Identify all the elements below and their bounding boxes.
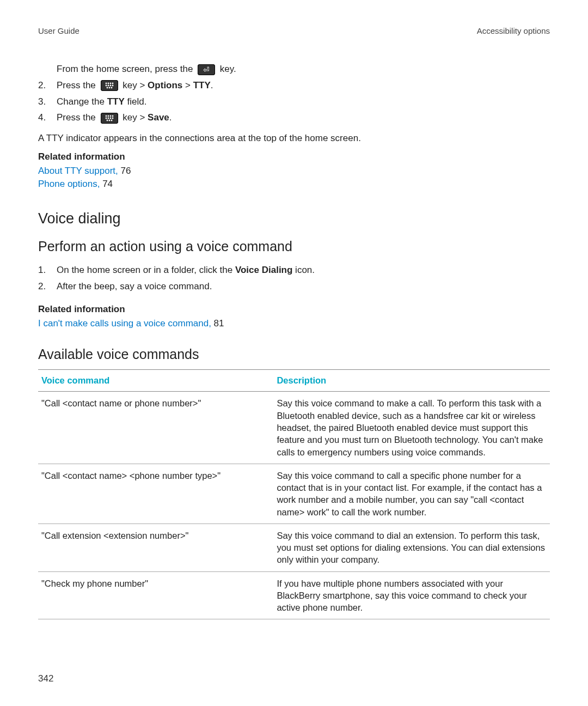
- link-cant-make-voice-calls[interactable]: I can't make calls using a voice command…: [38, 318, 211, 328]
- related-info-title: Related information: [38, 150, 550, 163]
- svg-point-1: [107, 83, 109, 84]
- step-2: 2. Press the key > Options > TTY.: [57, 79, 550, 92]
- svg-point-5: [107, 85, 109, 87]
- table-row: "Call <contact name> <phone number type>…: [38, 464, 550, 524]
- svg-point-14: [112, 115, 113, 117]
- heading-perform-action: Perform an action using a voice command: [38, 237, 550, 256]
- tty-note: A TTY indicator appears in the connectio…: [38, 132, 550, 145]
- page-header: User Guide Accessibility options: [38, 26, 550, 35]
- table-row: "Call <contact name or phone number>" Sa…: [38, 392, 550, 464]
- table-header-description: Description: [273, 370, 550, 392]
- svg-point-16: [107, 118, 109, 119]
- table-header-voice-command: Voice command: [38, 370, 273, 392]
- svg-point-21: [111, 120, 112, 121]
- svg-point-18: [112, 118, 113, 119]
- svg-point-17: [109, 118, 111, 119]
- svg-point-10: [111, 87, 112, 89]
- step-4: 4. Press the key > Save.: [57, 111, 550, 124]
- svg-point-6: [109, 85, 111, 87]
- heading-voice-dialing: Voice dialing: [38, 209, 550, 229]
- svg-point-12: [107, 115, 109, 117]
- cell-description: Say this voice command to call a specifi…: [273, 464, 550, 524]
- svg-point-7: [112, 85, 113, 87]
- heading-available-voice-commands: Available voice commands: [38, 345, 550, 364]
- svg-point-13: [109, 115, 111, 117]
- cell-description: Say this voice command to make a call. T…: [273, 392, 550, 464]
- voice-commands-table: Voice command Description "Call <contact…: [38, 369, 550, 619]
- step-3: 3. Change the TTY field.: [57, 95, 550, 108]
- svg-point-20: [108, 120, 110, 121]
- cell-command: "Call <contact name or phone number>": [38, 392, 273, 464]
- menu-key-icon: [101, 80, 118, 91]
- page-number: 342: [38, 673, 53, 684]
- header-right: Accessibility options: [477, 26, 550, 35]
- cell-command: "Call <contact name> <phone number type>…: [38, 464, 273, 524]
- related-info-title: Related information: [38, 303, 550, 316]
- related-link-row: Phone options, 74: [38, 178, 550, 191]
- svg-point-19: [106, 120, 108, 121]
- svg-point-2: [109, 83, 111, 84]
- perform-step-1: 1. On the home screen or in a folder, cl…: [57, 264, 550, 277]
- svg-point-11: [105, 115, 107, 117]
- svg-point-9: [108, 87, 110, 89]
- cell-description: Say this voice command to dial an extens…: [273, 524, 550, 571]
- table-row: "Call extension <extension number>" Say …: [38, 524, 550, 571]
- related-link-row: I can't make calls using a voice command…: [38, 317, 550, 330]
- step-pre: From the home screen, press the ⏎ key.: [57, 63, 550, 76]
- cell-command: "Call extension <extension number>": [38, 524, 273, 571]
- related-link-row: About TTY support, 76: [38, 165, 550, 178]
- link-phone-options[interactable]: Phone options,: [38, 179, 100, 189]
- cell-command: "Check my phone number": [38, 571, 273, 619]
- menu-key-icon: [101, 113, 118, 124]
- header-left: User Guide: [38, 26, 79, 35]
- svg-point-0: [105, 83, 107, 84]
- link-about-tty-support[interactable]: About TTY support,: [38, 166, 118, 176]
- svg-point-8: [106, 87, 108, 89]
- perform-step-2: 2. After the beep, say a voice command.: [57, 280, 550, 293]
- table-row: "Check my phone number" If you have mult…: [38, 571, 550, 619]
- call-key-icon: ⏎: [198, 64, 215, 75]
- cell-description: If you have multiple phone numbers assoc…: [273, 571, 550, 619]
- svg-point-3: [112, 83, 113, 84]
- svg-point-15: [105, 118, 107, 119]
- svg-point-4: [105, 85, 107, 87]
